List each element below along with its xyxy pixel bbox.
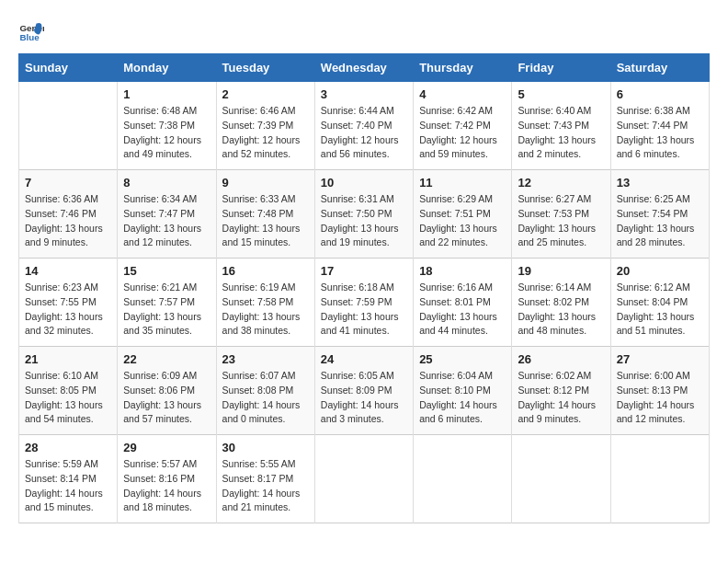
day-info: Sunrise: 6:48 AMSunset: 7:38 PMDaylight:… xyxy=(123,104,210,162)
calendar-cell xyxy=(414,435,512,523)
day-number: 22 xyxy=(123,352,210,366)
logo-icon: General Blue xyxy=(18,18,44,44)
day-info: Sunrise: 6:05 AMSunset: 8:09 PMDaylight:… xyxy=(321,369,407,427)
calendar-cell: 30Sunrise: 5:55 AMSunset: 8:17 PMDayligh… xyxy=(216,435,314,523)
calendar-cell: 23Sunrise: 6:07 AMSunset: 8:08 PMDayligh… xyxy=(216,347,314,435)
day-number: 20 xyxy=(617,264,703,278)
day-header-monday: Monday xyxy=(118,54,216,82)
day-header-thursday: Thursday xyxy=(414,54,512,82)
calendar-cell: 2Sunrise: 6:46 AMSunset: 7:39 PMDaylight… xyxy=(216,82,314,170)
calendar-cell: 5Sunrise: 6:40 AMSunset: 7:43 PMDaylight… xyxy=(512,82,610,170)
day-number: 29 xyxy=(123,441,210,454)
day-info: Sunrise: 6:44 AMSunset: 7:40 PMDaylight:… xyxy=(321,104,407,162)
day-info: Sunrise: 6:38 AMSunset: 7:44 PMDaylight:… xyxy=(617,104,703,162)
calendar-cell: 9Sunrise: 6:33 AMSunset: 7:48 PMDaylight… xyxy=(216,170,314,259)
calendar-cell: 22Sunrise: 6:09 AMSunset: 8:06 PMDayligh… xyxy=(118,347,216,435)
calendar-cell: 14Sunrise: 6:23 AMSunset: 7:55 PMDayligh… xyxy=(19,259,118,347)
week-row-5: 28Sunrise: 5:59 AMSunset: 8:14 PMDayligh… xyxy=(19,435,710,523)
svg-text:Blue: Blue xyxy=(19,32,40,42)
day-number: 4 xyxy=(419,87,506,101)
calendar-cell: 7Sunrise: 6:36 AMSunset: 7:46 PMDaylight… xyxy=(19,170,118,259)
day-info: Sunrise: 6:33 AMSunset: 7:48 PMDaylight:… xyxy=(222,192,309,250)
calendar-cell: 3Sunrise: 6:44 AMSunset: 7:40 PMDaylight… xyxy=(314,82,413,170)
calendar-cell xyxy=(19,82,118,170)
day-number: 1 xyxy=(123,87,210,101)
day-info: Sunrise: 6:21 AMSunset: 7:57 PMDaylight:… xyxy=(123,281,210,339)
day-info: Sunrise: 6:09 AMSunset: 8:06 PMDaylight:… xyxy=(123,369,210,427)
week-row-2: 7Sunrise: 6:36 AMSunset: 7:46 PMDaylight… xyxy=(19,170,710,259)
day-info: Sunrise: 5:55 AMSunset: 8:17 PMDaylight:… xyxy=(222,457,309,515)
day-number: 16 xyxy=(222,264,309,278)
day-info: Sunrise: 6:02 AMSunset: 8:12 PMDaylight:… xyxy=(518,369,604,427)
day-number: 28 xyxy=(25,441,111,454)
day-info: Sunrise: 6:12 AMSunset: 8:04 PMDaylight:… xyxy=(617,281,703,339)
calendar-cell: 15Sunrise: 6:21 AMSunset: 7:57 PMDayligh… xyxy=(118,259,216,347)
calendar-cell xyxy=(610,435,709,523)
day-info: Sunrise: 6:07 AMSunset: 8:08 PMDaylight:… xyxy=(222,369,309,427)
day-number: 27 xyxy=(617,352,703,366)
calendar-cell: 18Sunrise: 6:16 AMSunset: 8:01 PMDayligh… xyxy=(414,259,512,347)
calendar-header-row: SundayMondayTuesdayWednesdayThursdayFrid… xyxy=(19,54,710,82)
day-number: 9 xyxy=(222,176,309,190)
calendar-cell: 26Sunrise: 6:02 AMSunset: 8:12 PMDayligh… xyxy=(512,347,610,435)
day-info: Sunrise: 6:23 AMSunset: 7:55 PMDaylight:… xyxy=(25,281,111,339)
week-row-1: 1Sunrise: 6:48 AMSunset: 7:38 PMDaylight… xyxy=(19,82,710,170)
week-row-3: 14Sunrise: 6:23 AMSunset: 7:55 PMDayligh… xyxy=(19,259,710,347)
calendar-cell: 17Sunrise: 6:18 AMSunset: 7:59 PMDayligh… xyxy=(314,259,413,347)
day-number: 17 xyxy=(321,264,407,278)
calendar-cell: 19Sunrise: 6:14 AMSunset: 8:02 PMDayligh… xyxy=(512,259,610,347)
day-info: Sunrise: 6:10 AMSunset: 8:05 PMDaylight:… xyxy=(25,369,111,427)
day-number: 6 xyxy=(617,87,703,101)
day-info: Sunrise: 6:34 AMSunset: 7:47 PMDaylight:… xyxy=(123,192,210,250)
calendar-cell: 12Sunrise: 6:27 AMSunset: 7:53 PMDayligh… xyxy=(512,170,610,259)
logo: General Blue xyxy=(18,18,44,44)
calendar-cell: 10Sunrise: 6:31 AMSunset: 7:50 PMDayligh… xyxy=(314,170,413,259)
page-header: General Blue xyxy=(18,18,710,44)
calendar-cell xyxy=(512,435,610,523)
day-number: 15 xyxy=(123,264,210,278)
day-number: 3 xyxy=(321,87,407,101)
day-number: 23 xyxy=(222,352,309,366)
day-number: 5 xyxy=(518,87,604,101)
day-info: Sunrise: 6:25 AMSunset: 7:54 PMDaylight:… xyxy=(617,192,703,250)
calendar-cell: 16Sunrise: 6:19 AMSunset: 7:58 PMDayligh… xyxy=(216,259,314,347)
calendar-cell: 21Sunrise: 6:10 AMSunset: 8:05 PMDayligh… xyxy=(19,347,118,435)
day-info: Sunrise: 6:04 AMSunset: 8:10 PMDaylight:… xyxy=(419,369,506,427)
day-number: 14 xyxy=(25,264,111,278)
calendar-cell: 24Sunrise: 6:05 AMSunset: 8:09 PMDayligh… xyxy=(314,347,413,435)
day-info: Sunrise: 5:59 AMSunset: 8:14 PMDaylight:… xyxy=(25,457,111,515)
day-info: Sunrise: 6:40 AMSunset: 7:43 PMDaylight:… xyxy=(518,104,604,162)
calendar-cell: 4Sunrise: 6:42 AMSunset: 7:42 PMDaylight… xyxy=(414,82,512,170)
day-number: 24 xyxy=(321,352,407,366)
calendar-cell: 8Sunrise: 6:34 AMSunset: 7:47 PMDaylight… xyxy=(118,170,216,259)
calendar-table: SundayMondayTuesdayWednesdayThursdayFrid… xyxy=(18,53,710,523)
day-info: Sunrise: 6:36 AMSunset: 7:46 PMDaylight:… xyxy=(25,192,111,250)
calendar-cell xyxy=(314,435,413,523)
day-info: Sunrise: 6:42 AMSunset: 7:42 PMDaylight:… xyxy=(419,104,506,162)
calendar-cell: 6Sunrise: 6:38 AMSunset: 7:44 PMDaylight… xyxy=(610,82,709,170)
day-header-tuesday: Tuesday xyxy=(216,54,314,82)
day-number: 26 xyxy=(518,352,604,366)
day-number: 7 xyxy=(25,176,111,190)
day-info: Sunrise: 6:29 AMSunset: 7:51 PMDaylight:… xyxy=(419,192,506,250)
day-number: 12 xyxy=(518,176,604,190)
day-number: 10 xyxy=(321,176,407,190)
day-number: 25 xyxy=(419,352,506,366)
day-info: Sunrise: 6:19 AMSunset: 7:58 PMDaylight:… xyxy=(222,281,309,339)
calendar-cell: 13Sunrise: 6:25 AMSunset: 7:54 PMDayligh… xyxy=(610,170,709,259)
day-info: Sunrise: 6:00 AMSunset: 8:13 PMDaylight:… xyxy=(617,369,703,427)
day-info: Sunrise: 6:14 AMSunset: 8:02 PMDaylight:… xyxy=(518,281,604,339)
day-number: 11 xyxy=(419,176,506,190)
day-number: 13 xyxy=(617,176,703,190)
day-info: Sunrise: 6:18 AMSunset: 7:59 PMDaylight:… xyxy=(321,281,407,339)
day-number: 2 xyxy=(222,87,309,101)
day-header-friday: Friday xyxy=(512,54,610,82)
calendar-cell: 27Sunrise: 6:00 AMSunset: 8:13 PMDayligh… xyxy=(610,347,709,435)
calendar-cell: 29Sunrise: 5:57 AMSunset: 8:16 PMDayligh… xyxy=(118,435,216,523)
calendar-cell: 1Sunrise: 6:48 AMSunset: 7:38 PMDaylight… xyxy=(118,82,216,170)
week-row-4: 21Sunrise: 6:10 AMSunset: 8:05 PMDayligh… xyxy=(19,347,710,435)
calendar-cell: 11Sunrise: 6:29 AMSunset: 7:51 PMDayligh… xyxy=(414,170,512,259)
calendar-cell: 20Sunrise: 6:12 AMSunset: 8:04 PMDayligh… xyxy=(610,259,709,347)
day-number: 8 xyxy=(123,176,210,190)
day-number: 19 xyxy=(518,264,604,278)
